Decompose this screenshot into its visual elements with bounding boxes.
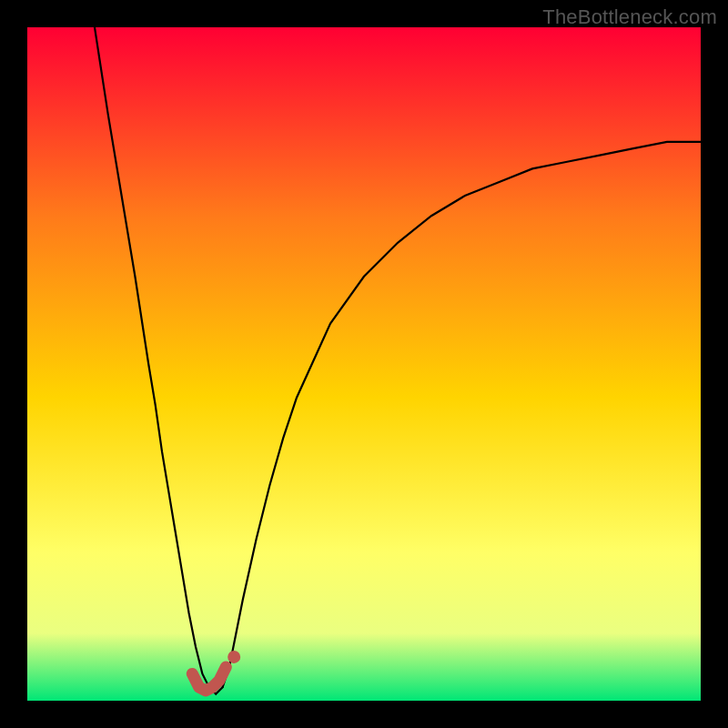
- watermark-text: TheBottleneck.com: [542, 5, 717, 29]
- chart-svg: [27, 27, 701, 701]
- chart-frame: TheBottleneck.com: [0, 0, 728, 728]
- marker-dot: [228, 651, 240, 663]
- plot-area: [27, 27, 701, 701]
- gradient-background: [27, 27, 701, 701]
